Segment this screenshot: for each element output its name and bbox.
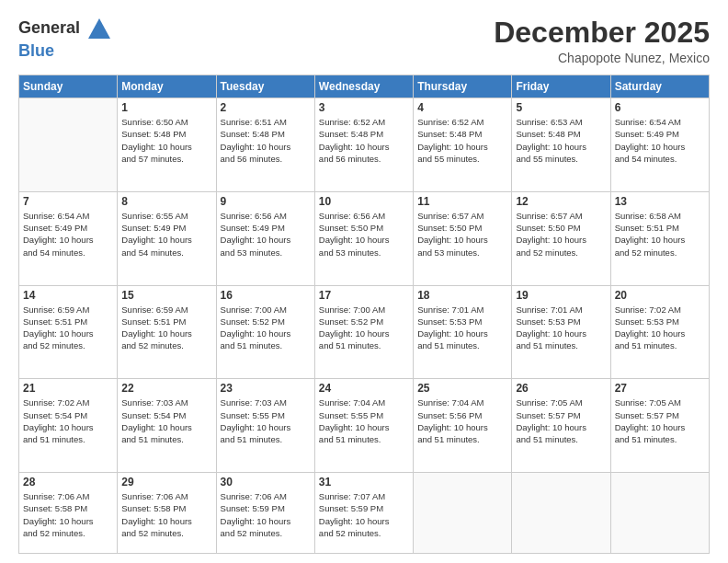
- day-number: 6: [615, 101, 705, 114]
- table-row: 28Sunrise: 7:06 AMSunset: 5:58 PMDayligh…: [19, 472, 118, 553]
- table-row: 25Sunrise: 7:04 AMSunset: 5:56 PMDayligh…: [414, 379, 512, 473]
- cell-info: Sunrise: 6:54 AMSunset: 5:49 PMDaylight:…: [23, 210, 113, 259]
- logo: General Blue: [18, 17, 112, 60]
- cell-info: Sunrise: 7:03 AMSunset: 5:55 PMDaylight:…: [221, 396, 311, 445]
- table-row: [19, 98, 118, 192]
- cell-info: Sunrise: 7:07 AMSunset: 5:59 PMDaylight:…: [319, 490, 409, 539]
- cell-info: Sunrise: 7:02 AMSunset: 5:53 PMDaylight:…: [615, 304, 705, 352]
- cell-info: Sunrise: 6:54 AMSunset: 5:49 PMDaylight:…: [615, 116, 705, 165]
- day-number: 16: [221, 289, 311, 302]
- cell-info: Sunrise: 6:57 AMSunset: 5:50 PMDaylight:…: [516, 210, 606, 259]
- day-number: 9: [221, 195, 311, 208]
- cell-info: Sunrise: 7:06 AMSunset: 5:58 PMDaylight:…: [121, 490, 211, 539]
- cell-info: Sunrise: 7:02 AMSunset: 5:54 PMDaylight:…: [23, 396, 113, 445]
- header: General Blue December 2025 Chapopote Nun…: [18, 17, 710, 65]
- table-row: 3Sunrise: 6:52 AMSunset: 5:48 PMDaylight…: [314, 98, 413, 192]
- table-row: [414, 472, 512, 553]
- cell-info: Sunrise: 6:55 AMSunset: 5:49 PMDaylight:…: [121, 210, 211, 259]
- table-row: 5Sunrise: 6:53 AMSunset: 5:48 PMDaylight…: [512, 98, 610, 192]
- col-wednesday: Wednesday: [314, 75, 413, 98]
- table-row: 7Sunrise: 6:54 AMSunset: 5:49 PMDaylight…: [19, 191, 118, 285]
- table-row: 31Sunrise: 7:07 AMSunset: 5:59 PMDayligh…: [314, 472, 413, 553]
- day-number: 7: [23, 195, 113, 208]
- table-row: 11Sunrise: 6:57 AMSunset: 5:50 PMDayligh…: [414, 191, 512, 285]
- cell-info: Sunrise: 7:00 AMSunset: 5:52 PMDaylight:…: [319, 304, 409, 352]
- table-row: 12Sunrise: 6:57 AMSunset: 5:50 PMDayligh…: [512, 191, 610, 285]
- cell-info: Sunrise: 6:56 AMSunset: 5:49 PMDaylight:…: [221, 210, 311, 259]
- day-number: 15: [121, 289, 211, 302]
- cell-info: Sunrise: 7:06 AMSunset: 5:58 PMDaylight:…: [23, 490, 113, 539]
- day-number: 30: [221, 476, 311, 488]
- day-number: 1: [121, 101, 211, 114]
- day-number: 24: [319, 382, 409, 395]
- table-row: 8Sunrise: 6:55 AMSunset: 5:49 PMDaylight…: [118, 191, 216, 285]
- table-row: 17Sunrise: 7:00 AMSunset: 5:52 PMDayligh…: [314, 285, 413, 379]
- table-row: 21Sunrise: 7:02 AMSunset: 5:54 PMDayligh…: [19, 379, 118, 473]
- day-number: 20: [615, 289, 705, 302]
- logo-blue: Blue: [18, 41, 54, 60]
- day-number: 12: [516, 195, 606, 208]
- day-number: 27: [615, 382, 705, 395]
- day-number: 8: [121, 195, 211, 208]
- cell-info: Sunrise: 7:04 AMSunset: 5:56 PMDaylight:…: [417, 396, 507, 445]
- day-number: 14: [23, 289, 113, 302]
- col-sunday: Sunday: [19, 75, 118, 98]
- table-row: [610, 472, 709, 553]
- day-number: 31: [319, 476, 409, 488]
- svg-marker-0: [88, 18, 110, 39]
- table-row: 18Sunrise: 7:01 AMSunset: 5:53 PMDayligh…: [414, 285, 512, 379]
- logo-icon: [86, 17, 112, 42]
- day-number: 3: [319, 101, 409, 114]
- col-monday: Monday: [118, 75, 216, 98]
- cell-info: Sunrise: 6:59 AMSunset: 5:51 PMDaylight:…: [23, 304, 113, 352]
- table-row: 13Sunrise: 6:58 AMSunset: 5:51 PMDayligh…: [610, 191, 709, 285]
- table-row: [512, 472, 610, 553]
- table-row: 2Sunrise: 6:51 AMSunset: 5:48 PMDaylight…: [216, 98, 314, 192]
- table-row: 30Sunrise: 7:06 AMSunset: 5:59 PMDayligh…: [216, 472, 314, 553]
- cell-info: Sunrise: 6:57 AMSunset: 5:50 PMDaylight:…: [417, 210, 507, 259]
- table-row: 10Sunrise: 6:56 AMSunset: 5:50 PMDayligh…: [314, 191, 413, 285]
- table-row: 1Sunrise: 6:50 AMSunset: 5:48 PMDaylight…: [118, 98, 216, 192]
- cell-info: Sunrise: 6:51 AMSunset: 5:48 PMDaylight:…: [221, 116, 311, 165]
- day-number: 22: [121, 382, 211, 395]
- page: General Blue December 2025 Chapopote Nun…: [0, 0, 728, 563]
- table-row: 16Sunrise: 7:00 AMSunset: 5:52 PMDayligh…: [216, 285, 314, 379]
- table-row: 9Sunrise: 6:56 AMSunset: 5:49 PMDaylight…: [216, 191, 314, 285]
- table-row: 27Sunrise: 7:05 AMSunset: 5:57 PMDayligh…: [610, 379, 709, 473]
- cell-info: Sunrise: 7:01 AMSunset: 5:53 PMDaylight:…: [516, 304, 606, 352]
- location: Chapopote Nunez, Mexico: [494, 51, 710, 65]
- day-number: 4: [417, 101, 507, 114]
- cell-info: Sunrise: 7:04 AMSunset: 5:55 PMDaylight:…: [319, 396, 409, 445]
- day-number: 21: [23, 382, 113, 395]
- day-number: 23: [221, 382, 311, 395]
- day-number: 5: [516, 101, 606, 114]
- table-row: 23Sunrise: 7:03 AMSunset: 5:55 PMDayligh…: [216, 379, 314, 473]
- day-number: 13: [615, 195, 705, 208]
- logo-text: General: [18, 17, 112, 42]
- day-number: 2: [221, 101, 311, 114]
- table-row: 22Sunrise: 7:03 AMSunset: 5:54 PMDayligh…: [118, 379, 216, 473]
- cell-info: Sunrise: 6:58 AMSunset: 5:51 PMDaylight:…: [615, 210, 705, 259]
- day-number: 18: [417, 289, 507, 302]
- calendar-header-row: Sunday Monday Tuesday Wednesday Thursday…: [19, 75, 710, 98]
- table-row: 6Sunrise: 6:54 AMSunset: 5:49 PMDaylight…: [610, 98, 709, 192]
- col-thursday: Thursday: [414, 75, 512, 98]
- col-friday: Friday: [512, 75, 610, 98]
- col-saturday: Saturday: [610, 75, 709, 98]
- day-number: 11: [417, 195, 507, 208]
- cell-info: Sunrise: 6:59 AMSunset: 5:51 PMDaylight:…: [121, 304, 211, 352]
- cell-info: Sunrise: 7:05 AMSunset: 5:57 PMDaylight:…: [516, 396, 606, 445]
- table-row: 4Sunrise: 6:52 AMSunset: 5:48 PMDaylight…: [414, 98, 512, 192]
- cell-info: Sunrise: 7:00 AMSunset: 5:52 PMDaylight:…: [221, 304, 311, 352]
- cell-info: Sunrise: 6:52 AMSunset: 5:48 PMDaylight:…: [417, 116, 507, 165]
- table-row: 20Sunrise: 7:02 AMSunset: 5:53 PMDayligh…: [610, 285, 709, 379]
- day-number: 26: [516, 382, 606, 395]
- cell-info: Sunrise: 7:01 AMSunset: 5:53 PMDaylight:…: [417, 304, 507, 352]
- table-row: 14Sunrise: 6:59 AMSunset: 5:51 PMDayligh…: [19, 285, 118, 379]
- cell-info: Sunrise: 7:05 AMSunset: 5:57 PMDaylight:…: [615, 396, 705, 445]
- cell-info: Sunrise: 7:06 AMSunset: 5:59 PMDaylight:…: [221, 490, 311, 539]
- cell-info: Sunrise: 7:03 AMSunset: 5:54 PMDaylight:…: [121, 396, 211, 445]
- title-section: December 2025 Chapopote Nunez, Mexico: [494, 17, 710, 65]
- logo-general: General: [18, 18, 80, 37]
- table-row: 15Sunrise: 6:59 AMSunset: 5:51 PMDayligh…: [118, 285, 216, 379]
